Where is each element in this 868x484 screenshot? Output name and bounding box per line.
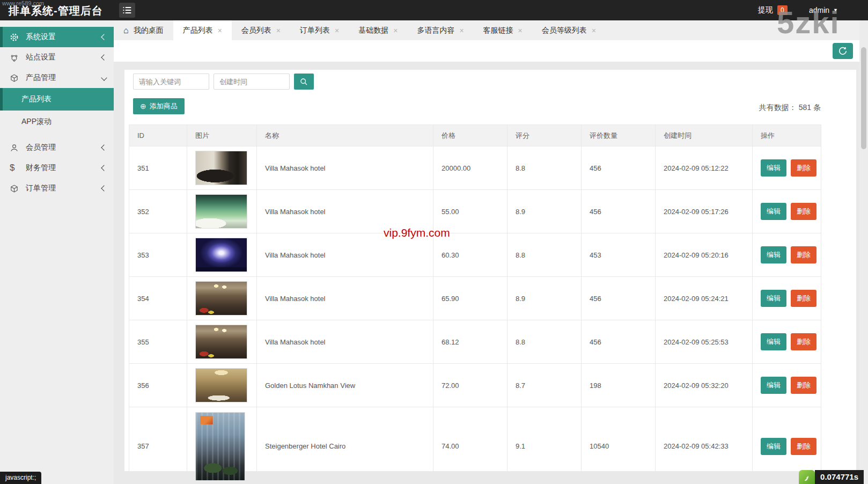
sidebar-item-label: 站点设置 bbox=[26, 53, 102, 62]
cell-reviews: 10540 bbox=[582, 407, 656, 484]
close-icon[interactable]: × bbox=[459, 27, 464, 34]
delete-button[interactable]: 删除 bbox=[791, 203, 816, 220]
edit-button[interactable]: 编辑 bbox=[761, 159, 786, 177]
chevron-left-icon bbox=[101, 54, 107, 60]
sidebar-item-app-scroll[interactable]: APP滚动 bbox=[0, 111, 114, 133]
sidebar-item-product-management[interactable]: 产品管理 bbox=[0, 68, 114, 88]
edit-button[interactable]: 编辑 bbox=[761, 333, 786, 350]
close-icon[interactable]: × bbox=[276, 27, 281, 34]
cell-id: 357 bbox=[129, 407, 187, 484]
close-icon[interactable]: × bbox=[335, 27, 339, 34]
tab-member-level-list[interactable]: 会员等级列表 × bbox=[532, 20, 606, 40]
tab-member-list[interactable]: 会员列表 × bbox=[232, 20, 290, 40]
close-icon[interactable]: × bbox=[592, 27, 596, 34]
refresh-icon bbox=[838, 46, 848, 56]
sidebar-item-site-settings[interactable]: 站点设置 bbox=[0, 47, 114, 68]
col-header-actions: 操作 bbox=[753, 125, 821, 146]
edit-button[interactable]: 编辑 bbox=[761, 377, 786, 394]
sidebar-subitem-label: APP滚动 bbox=[21, 117, 52, 127]
delete-button[interactable]: 删除 bbox=[791, 438, 816, 455]
withdraw-label: 提现 bbox=[758, 5, 773, 15]
create-time-input[interactable] bbox=[214, 74, 290, 90]
cell-name: Villa Mahasok hotel bbox=[257, 320, 433, 364]
cell-reviews: 453 bbox=[582, 233, 656, 277]
close-icon[interactable]: × bbox=[218, 27, 222, 34]
cell-score: 8.7 bbox=[507, 364, 582, 407]
cell-score: 8.8 bbox=[507, 320, 582, 364]
search-input[interactable] bbox=[133, 74, 209, 90]
edit-button[interactable]: 编辑 bbox=[761, 246, 786, 263]
hamburger-icon bbox=[123, 6, 131, 14]
toolbar-band bbox=[114, 40, 859, 62]
cell-created: 2024-02-09 05:20:16 bbox=[656, 233, 753, 277]
search-button[interactable] bbox=[294, 74, 314, 90]
tab-label: 会员列表 bbox=[241, 26, 271, 35]
cell-created: 2024-02-09 05:25:53 bbox=[656, 320, 753, 364]
cell-price: 20000.00 bbox=[433, 146, 507, 190]
refresh-button[interactable] bbox=[833, 43, 853, 59]
cell-score: 8.9 bbox=[507, 190, 582, 233]
sidebar-item-finance-management[interactable]: $ 财务管理 bbox=[0, 158, 114, 178]
cube-icon bbox=[10, 74, 26, 83]
close-icon[interactable]: × bbox=[393, 27, 398, 34]
tab-label: 会员等级列表 bbox=[542, 26, 587, 35]
delete-button[interactable]: 删除 bbox=[791, 290, 816, 307]
tab-product-list[interactable]: 产品列表 × bbox=[173, 20, 232, 40]
tab-bar: ⌂ 我的桌面 产品列表 × 会员列表 × 订单列表 × 基础数据 × 多语言内容… bbox=[114, 20, 859, 40]
search-icon bbox=[299, 77, 308, 86]
cell-id: 351 bbox=[129, 146, 187, 190]
sidebar: 系统设置 站点设置 产品管理 产品列表 APP滚动 bbox=[0, 20, 114, 484]
table-row: 354 Villa Mahasok hotel 65.90 8.9 456 20… bbox=[129, 277, 821, 320]
tab-label: 订单列表 bbox=[300, 26, 330, 35]
sidebar-item-order-management[interactable]: 订单管理 bbox=[0, 178, 114, 199]
delete-button[interactable]: 删除 bbox=[791, 246, 816, 263]
chevron-left-icon bbox=[101, 165, 107, 171]
status-link-tooltip: javascript:; bbox=[0, 472, 41, 484]
sidebar-item-member-management[interactable]: 会员管理 bbox=[0, 137, 114, 158]
product-image bbox=[195, 325, 247, 359]
cell-price: 65.90 bbox=[433, 277, 507, 320]
close-icon[interactable]: × bbox=[518, 27, 523, 34]
sidebar-subitem-label: 产品列表 bbox=[21, 94, 52, 104]
tab-service-link[interactable]: 客服链接 × bbox=[474, 20, 532, 40]
sidebar-item-label: 财务管理 bbox=[26, 163, 102, 173]
cell-score: 9.1 bbox=[507, 407, 582, 484]
sidebar-item-label: 产品管理 bbox=[26, 73, 102, 83]
cube-icon bbox=[10, 184, 26, 193]
sidebar-item-label: 会员管理 bbox=[26, 143, 102, 152]
edit-button[interactable]: 编辑 bbox=[761, 290, 786, 307]
tab-label: 我的桌面 bbox=[134, 26, 164, 35]
cell-reviews: 456 bbox=[582, 320, 656, 364]
edit-button[interactable]: 编辑 bbox=[761, 203, 786, 220]
cell-id: 352 bbox=[129, 190, 187, 233]
scrollbar-thumb[interactable] bbox=[861, 47, 866, 149]
watermark-top-left: www.re589.com bbox=[2, 0, 44, 6]
cell-id: 356 bbox=[129, 364, 187, 407]
product-image bbox=[195, 238, 247, 272]
sidebar-item-system-settings[interactable]: 系统设置 bbox=[0, 27, 114, 47]
delete-button[interactable]: 删除 bbox=[791, 377, 816, 394]
sidebar-item-product-list[interactable]: 产品列表 bbox=[0, 88, 114, 111]
page-scrollbar[interactable] bbox=[859, 20, 868, 484]
cell-reviews: 456 bbox=[582, 277, 656, 320]
tab-order-list[interactable]: 订单列表 × bbox=[290, 20, 349, 40]
col-header-created: 创建时间 bbox=[656, 125, 753, 146]
chevron-down-icon bbox=[101, 75, 107, 80]
tab-base-data[interactable]: 基础数据 × bbox=[349, 20, 407, 40]
delete-button[interactable]: 删除 bbox=[791, 333, 816, 350]
add-product-button[interactable]: ⊕ 添加商品 bbox=[133, 98, 185, 114]
cell-id: 353 bbox=[129, 233, 187, 277]
sidebar-toggle-button[interactable] bbox=[119, 3, 135, 18]
col-header-reviews: 评价数量 bbox=[582, 125, 656, 146]
plus-circle-icon: ⊕ bbox=[140, 102, 146, 111]
tab-my-desktop[interactable]: ⌂ 我的桌面 bbox=[114, 20, 173, 40]
cell-price: 74.00 bbox=[433, 407, 507, 484]
cell-reviews: 456 bbox=[582, 190, 656, 233]
tab-label: 客服链接 bbox=[483, 26, 513, 35]
tab-multilanguage[interactable]: 多语言内容 × bbox=[407, 20, 473, 40]
cell-name: Villa Mahasok hotel bbox=[257, 277, 433, 320]
edit-button[interactable]: 编辑 bbox=[761, 438, 786, 455]
product-image bbox=[195, 281, 247, 316]
delete-button[interactable]: 删除 bbox=[791, 159, 816, 177]
cell-reviews: 456 bbox=[582, 146, 656, 190]
